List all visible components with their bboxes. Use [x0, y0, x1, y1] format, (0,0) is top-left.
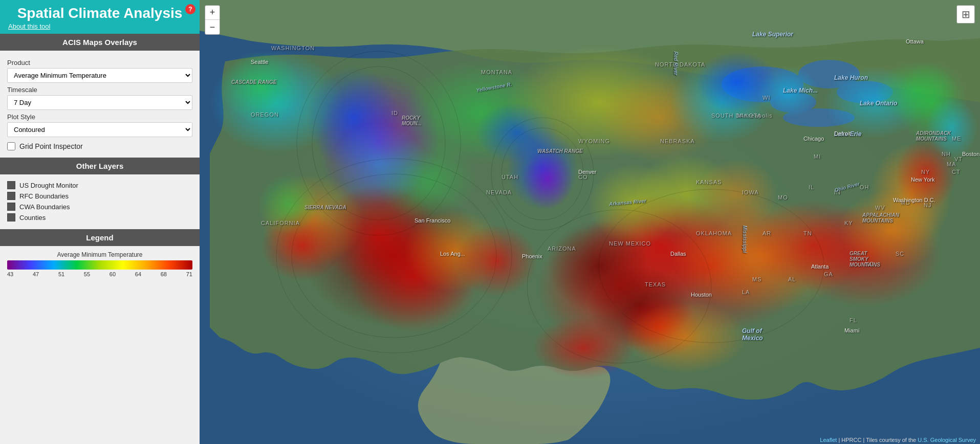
legend-tick-5: 64: [135, 271, 141, 277]
legend-tick-2: 51: [58, 271, 64, 277]
overlays-section-header: ACIS Maps Overlays: [0, 34, 200, 51]
zoom-controls: + −: [205, 5, 220, 35]
grid-inspector-checkbox[interactable]: [7, 142, 15, 150]
zoom-out-button[interactable]: −: [205, 20, 220, 34]
svg-point-40: [333, 123, 425, 205]
app-title: Spatial Climate Analysis: [8, 5, 191, 21]
map-attribution: Leaflet | HPRCC | Tiles courtesy of the …: [820, 437, 976, 443]
app-header: ? Spatial Climate Analysis About this to…: [0, 0, 200, 34]
svg-point-49: [926, 97, 977, 159]
other-layers-header: Other Layers: [0, 158, 200, 174]
layer-label-drought: US Drought Monitor: [19, 182, 78, 189]
layer-row-cwa[interactable]: CWA Boundaries: [7, 203, 192, 211]
layer-checkbox-counties[interactable]: [7, 213, 15, 221]
layers-toggle-button[interactable]: ⊞: [956, 5, 975, 24]
layer-checkbox-rfc[interactable]: [7, 192, 15, 200]
layer-label-cwa: CWA Boundaries: [19, 203, 70, 211]
legend-tick-1: 47: [33, 271, 39, 277]
usgs-link[interactable]: U.S. Geological Survey: [918, 437, 976, 443]
svg-point-46: [696, 159, 778, 230]
legend-title: Average Minimum Temperature: [7, 251, 192, 258]
timescale-label: Timescale: [7, 86, 192, 94]
grid-inspector-row: Grid Point Inspector: [7, 142, 192, 150]
legend-ticks: 43 47 51 55 60 64 68 71: [7, 271, 192, 277]
leaflet-link[interactable]: Leaflet: [820, 437, 837, 443]
overlays-section-body: Product Average Minimum Temperature Aver…: [0, 51, 200, 158]
about-link[interactable]: About this tool: [8, 23, 50, 30]
layers-icon: ⊞: [962, 8, 970, 20]
legend-tick-3: 55: [84, 271, 90, 277]
svg-point-41: [624, 302, 747, 373]
layer-row-counties[interactable]: Counties: [7, 213, 192, 221]
plotstyle-select[interactable]: Contoured Gridded Interpolated: [7, 122, 192, 137]
product-select[interactable]: Average Minimum Temperature Average Maxi…: [7, 68, 192, 83]
zoom-in-button[interactable]: +: [205, 6, 220, 20]
timescale-select[interactable]: 7 Day 14 Day 30 Day Monthly Seasonal: [7, 95, 192, 110]
map-svg: [200, 0, 980, 444]
legend-tick-4: 60: [110, 271, 116, 277]
layer-row-rfc[interactable]: RFC Boundaries: [7, 192, 192, 200]
plotstyle-label: Plot Style: [7, 113, 192, 121]
svg-point-47: [589, 164, 681, 246]
legend-header: Legend: [0, 229, 200, 246]
map-area[interactable]: WASHINGTON MONTANA NORTH DAKOTA OREGON I…: [200, 0, 980, 444]
layer-label-counties: Counties: [19, 214, 46, 221]
legend-body: Average Minimum Temperature 43 47 51 55 …: [0, 246, 200, 284]
layer-row-drought[interactable]: US Drought Monitor: [7, 181, 192, 189]
sidebar: ? Spatial Climate Analysis About this to…: [0, 0, 200, 444]
svg-point-42: [532, 317, 635, 379]
product-label: Product: [7, 59, 192, 66]
svg-point-18: [757, 66, 819, 118]
legend-tick-7: 71: [186, 271, 192, 277]
svg-point-38: [258, 174, 320, 235]
legend-tick-6: 68: [161, 271, 167, 277]
grid-inspector-label[interactable]: Grid Point Inspector: [19, 142, 83, 150]
other-layers-body: US Drought Monitor RFC Boundaries CWA Bo…: [0, 174, 200, 229]
svg-point-7: [220, 51, 302, 123]
svg-point-13: [522, 148, 573, 210]
layer-label-rfc: RFC Boundaries: [19, 192, 69, 200]
layer-checkbox-drought[interactable]: [7, 181, 15, 189]
legend-gradient: [7, 260, 192, 270]
help-badge[interactable]: ?: [185, 4, 195, 14]
layer-checkbox-cwa[interactable]: [7, 203, 15, 211]
map-background: [200, 0, 980, 444]
legend-tick-0: 43: [7, 271, 13, 277]
